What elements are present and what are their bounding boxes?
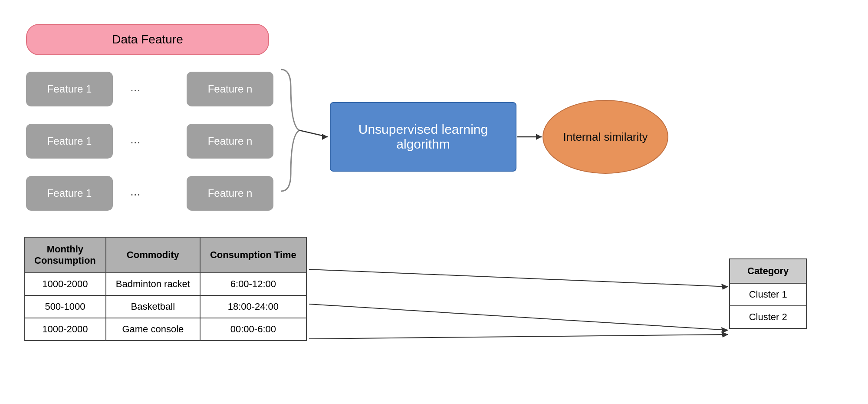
table-cell-time-2: 00:00-6:00: [200, 318, 306, 341]
svg-line-6: [309, 304, 728, 330]
algorithm-label: Unsupervised learning algorithm: [331, 122, 516, 152]
table-cell-monthly-2: 1000-2000: [24, 318, 106, 341]
table-cell-commodity-0: Badminton racket: [106, 273, 200, 295]
feature-box-r1-c2: Feature n: [187, 124, 273, 159]
category-header: Category: [730, 259, 806, 283]
svg-marker-5: [721, 284, 728, 290]
svg-line-4: [309, 269, 728, 287]
feature-label-r2-c2: Feature n: [208, 187, 253, 199]
table-header-monthly: MonthlyConsumption: [24, 237, 106, 273]
data-feature-label: Data Feature: [112, 33, 183, 46]
feature-label-r2-c0: Feature 1: [47, 187, 92, 199]
feature-label-r0-c2: Feature n: [208, 83, 253, 95]
data-feature-box: Data Feature: [26, 24, 269, 55]
table-cell-time-0: 6:00-12:00: [200, 273, 306, 295]
table-header-time: Consumption Time: [200, 237, 306, 273]
svg-line-8: [309, 334, 728, 339]
svg-marker-3: [536, 134, 542, 140]
feature-box-r0-c2: Feature n: [187, 72, 273, 106]
table-row: 1000-2000 Badminton racket 6:00-12:00: [24, 273, 306, 295]
feature-label-r1-c2: Feature n: [208, 135, 253, 147]
feature-box-r1-c0: Feature 1: [26, 124, 113, 159]
svg-line-0: [299, 130, 328, 137]
category-cluster-2: Cluster 2: [730, 306, 806, 328]
ellipsis-r1: ...: [130, 132, 140, 146]
table-cell-monthly-0: 1000-2000: [24, 273, 106, 295]
svg-marker-1: [322, 134, 328, 140]
similarity-ellipse: Internal similarity: [542, 100, 668, 174]
table-row: 1000-2000 Game console 00:00-6:00: [24, 318, 306, 341]
table-header-commodity: Commodity: [106, 237, 200, 273]
category-row: Cluster 2: [730, 306, 806, 328]
table-cell-commodity-1: Basketball: [106, 295, 200, 318]
algorithm-box: Unsupervised learning algorithm: [330, 102, 516, 172]
similarity-label: Internal similarity: [563, 130, 648, 144]
category-table: Category Cluster 1 Cluster 2: [729, 258, 807, 329]
feature-label-r0-c0: Feature 1: [47, 83, 92, 95]
feature-label-r1-c0: Feature 1: [47, 135, 92, 147]
ellipsis-r2: ...: [130, 185, 140, 199]
arrows-svg: [0, 0, 868, 404]
table-row: 500-1000 Basketball 18:00-24:00: [24, 295, 306, 318]
feature-box-r2-c2: Feature n: [187, 176, 273, 211]
svg-marker-9: [721, 331, 728, 338]
category-row: Cluster 1: [730, 283, 806, 306]
table-cell-monthly-1: 500-1000: [24, 295, 106, 318]
diagram-container: Data Feature Feature 1 ... Feature n Fea…: [0, 0, 868, 404]
feature-box-r0-c0: Feature 1: [26, 72, 113, 106]
data-table: MonthlyConsumption Commodity Consumption…: [24, 237, 307, 341]
table-cell-time-1: 18:00-24:00: [200, 295, 306, 318]
ellipsis-r0: ...: [130, 80, 140, 94]
table-cell-commodity-2: Game console: [106, 318, 200, 341]
feature-box-r2-c0: Feature 1: [26, 176, 113, 211]
svg-marker-7: [721, 327, 728, 333]
category-cluster-1: Cluster 1: [730, 283, 806, 306]
